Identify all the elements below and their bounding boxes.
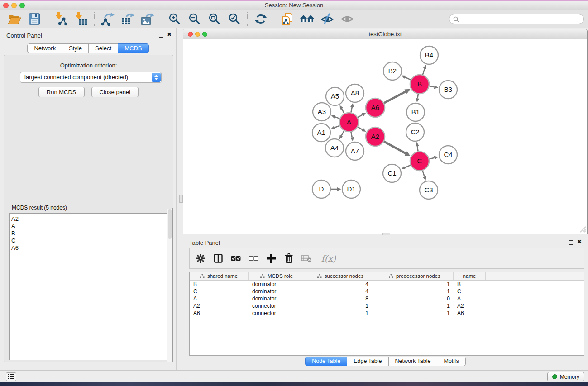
create-column-button[interactable] bbox=[266, 252, 277, 265]
graph-node-A8[interactable]: A8 bbox=[346, 84, 364, 102]
float-table-panel-button[interactable] bbox=[569, 240, 573, 245]
edge-A-A2[interactable] bbox=[358, 127, 363, 130]
home-view-button[interactable] bbox=[300, 11, 315, 27]
edge-A-A6[interactable] bbox=[358, 114, 363, 117]
export-network-button[interactable] bbox=[100, 11, 115, 27]
minimize-window-button[interactable] bbox=[11, 3, 17, 8]
edge-A-A7[interactable] bbox=[351, 132, 352, 138]
tab-select[interactable]: Select bbox=[88, 43, 118, 53]
resize-handle-icon[interactable] bbox=[580, 226, 586, 233]
zoom-out-button[interactable] bbox=[186, 11, 202, 27]
edge-C-C3[interactable] bbox=[423, 171, 425, 176]
zoom-in-button[interactable] bbox=[167, 11, 182, 27]
tab-edge-table[interactable]: Edge Table bbox=[347, 357, 388, 366]
graph-node-A4[interactable]: A4 bbox=[325, 139, 344, 157]
close-table-panel-button[interactable]: ✖ bbox=[577, 239, 582, 244]
graph-node-B1[interactable]: B1 bbox=[406, 103, 425, 121]
clone-network-button[interactable] bbox=[280, 11, 295, 27]
network-minimize-button[interactable] bbox=[195, 32, 200, 37]
column-header-shared-name[interactable]: shared name bbox=[190, 272, 249, 280]
edge-B-B3[interactable] bbox=[430, 86, 435, 87]
import-network-button[interactable] bbox=[53, 11, 69, 27]
table-settings-button[interactable] bbox=[195, 252, 206, 265]
network-zoom-button[interactable] bbox=[202, 32, 207, 37]
result-item[interactable]: A6 bbox=[11, 244, 170, 252]
show-columns-button[interactable] bbox=[213, 252, 224, 265]
tab-node-table[interactable]: Node Table bbox=[305, 357, 347, 366]
result-item[interactable]: A2 bbox=[11, 215, 170, 223]
graph-node-A1[interactable]: A1 bbox=[312, 124, 330, 142]
tab-mcds[interactable]: MCDS bbox=[118, 43, 148, 53]
graph-node-B2[interactable]: B2 bbox=[383, 62, 402, 80]
node-table[interactable]: shared nameMCDS rolesuccessor nodesprede… bbox=[189, 272, 584, 356]
graph-node-A6[interactable]: A6 bbox=[366, 98, 385, 117]
memory-button[interactable]: Memory bbox=[547, 372, 584, 381]
column-header-name[interactable]: name bbox=[454, 272, 486, 280]
network-window-titlebar[interactable]: testGlobe.txt bbox=[183, 29, 587, 39]
splitter-grip-vertical[interactable] bbox=[179, 195, 183, 203]
export-table-button[interactable] bbox=[120, 11, 135, 27]
edge-A-A3[interactable] bbox=[335, 117, 340, 119]
scrollbar-thumb[interactable] bbox=[168, 209, 172, 239]
close-panel-button[interactable]: ✖ bbox=[167, 32, 172, 37]
edge-B-B2[interactable] bbox=[405, 77, 411, 80]
graph-node-C3[interactable]: C3 bbox=[420, 181, 438, 199]
select-all-columns-button[interactable] bbox=[230, 252, 241, 265]
zoom-fit-button[interactable] bbox=[206, 11, 222, 27]
zoom-window-button[interactable] bbox=[19, 3, 25, 8]
tab-style[interactable]: Style bbox=[62, 43, 89, 53]
graph-node-A7[interactable]: A7 bbox=[346, 142, 364, 160]
delete-table-button[interactable] bbox=[301, 252, 312, 265]
edge-A-A4[interactable] bbox=[341, 131, 344, 136]
graph-node-C4[interactable]: C4 bbox=[439, 146, 457, 164]
search-box[interactable] bbox=[449, 14, 584, 24]
dropdown-stepper[interactable] bbox=[152, 73, 161, 82]
graph-node-A3[interactable]: A3 bbox=[313, 103, 331, 121]
optimization-criterion-select[interactable]: largest connected component (directed) bbox=[20, 72, 162, 83]
network-close-button[interactable] bbox=[188, 32, 193, 37]
tab-motifs[interactable]: Motifs bbox=[437, 357, 465, 366]
table-row[interactable]: A2connector11A2 bbox=[190, 302, 584, 310]
birds-eye-view-button[interactable] bbox=[339, 11, 355, 27]
delete-columns-button[interactable] bbox=[283, 252, 294, 265]
function-builder-button[interactable]: f(x) bbox=[319, 252, 339, 265]
table-row[interactable]: A6connector11A6 bbox=[190, 310, 584, 317]
graph-node-C[interactable]: C bbox=[410, 152, 429, 171]
tab-network[interactable]: Network bbox=[27, 43, 62, 53]
graph-node-C1[interactable]: C1 bbox=[383, 164, 401, 182]
edge-B-B4[interactable] bbox=[423, 68, 425, 75]
close-panel-button-mcds[interactable]: Close panel bbox=[91, 87, 139, 97]
network-canvas-area[interactable]: B4B2BB3A5A8A6A3B1AA1C2A2A4A7C4CC1C3DD1 bbox=[183, 39, 587, 234]
unselect-all-columns-button[interactable] bbox=[248, 252, 259, 265]
search-input[interactable] bbox=[461, 16, 580, 22]
edge-A-A1[interactable] bbox=[335, 126, 339, 128]
save-session-button[interactable] bbox=[27, 11, 42, 27]
run-mcds-button[interactable]: Run MCDS bbox=[38, 87, 85, 97]
edge-A2-C[interactable] bbox=[384, 142, 406, 153]
column-header-MCDS-role[interactable]: MCDS role bbox=[249, 272, 305, 280]
graph-node-A[interactable]: A bbox=[339, 113, 359, 132]
toggle-graphics-details-button[interactable] bbox=[320, 11, 335, 27]
result-list-scrollbar[interactable] bbox=[167, 209, 172, 362]
edge-C-C4[interactable] bbox=[429, 158, 434, 159]
column-header-predecessor-nodes[interactable]: predecessor nodes bbox=[376, 272, 454, 280]
edge-A6-B[interactable] bbox=[384, 91, 406, 103]
apply-layout-button[interactable] bbox=[253, 11, 268, 27]
table-row[interactable]: Adominator80A bbox=[190, 295, 584, 302]
column-header-successor-nodes[interactable]: successor nodes bbox=[305, 272, 376, 280]
edge-C-C2[interactable] bbox=[417, 146, 418, 152]
network-canvas[interactable]: B4B2BB3A5A8A6A3B1AA1C2A2A4A7C4CC1C3DD1 bbox=[183, 39, 587, 234]
edge-C-C1[interactable] bbox=[405, 165, 411, 168]
zoom-selected-button[interactable] bbox=[226, 11, 242, 27]
graph-node-B4[interactable]: B4 bbox=[420, 46, 438, 64]
edge-B-B1[interactable] bbox=[417, 94, 418, 99]
result-item[interactable]: B bbox=[11, 230, 170, 237]
table-row[interactable]: Bdominator41B bbox=[190, 281, 584, 288]
import-table-button[interactable] bbox=[73, 11, 89, 27]
open-session-button[interactable] bbox=[7, 11, 22, 27]
graph-node-B[interactable]: B bbox=[410, 75, 429, 94]
float-panel-button[interactable] bbox=[159, 33, 163, 38]
result-item[interactable]: C bbox=[11, 237, 170, 244]
graph-node-D1[interactable]: D1 bbox=[342, 180, 360, 198]
task-history-button[interactable] bbox=[6, 372, 16, 381]
